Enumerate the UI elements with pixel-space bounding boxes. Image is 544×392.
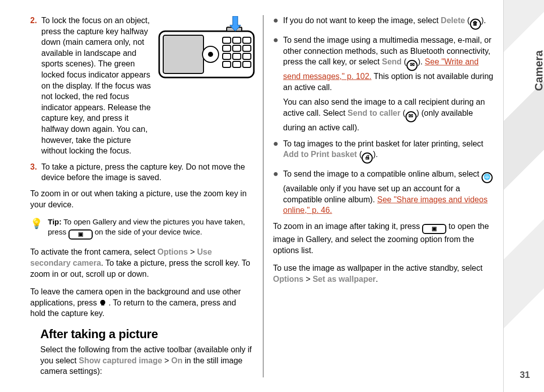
applications-key-icon	[99, 299, 106, 306]
after-intro: Select the following from the active too…	[40, 344, 263, 377]
tip: 💡 Tip: To open Gallery and view the pict…	[30, 217, 253, 240]
svg-rect-9	[243, 45, 251, 51]
envelope-icon: ✉	[406, 60, 418, 71]
tip-icon: 💡	[30, 218, 43, 228]
bullet-icon: ●	[273, 35, 279, 133]
svg-rect-4	[223, 37, 231, 43]
zoom-note: To zoom in or out when taking a picture,…	[30, 188, 253, 210]
background-note: To leave the camera open in the backgrou…	[30, 286, 253, 319]
svg-rect-1	[163, 35, 203, 73]
section-heading: After taking a picture	[40, 326, 263, 342]
gallery-key-icon: ▣	[422, 224, 446, 234]
svg-rect-15	[243, 61, 251, 67]
step-body: To take a picture, press the capture key…	[41, 162, 253, 183]
bullet-icon: ●	[273, 16, 279, 30]
bullet-icon: ●	[273, 169, 279, 216]
bullet-send: ● To send the image using a multimedia m…	[273, 35, 496, 133]
bullet-print-basket: ● To tag images to the print basket for …	[273, 138, 496, 164]
manual-page: 2. To lock the focus on an object, press…	[0, 0, 504, 392]
tip-label: Tip:	[48, 217, 61, 226]
svg-rect-5	[233, 37, 241, 43]
bullet-icon: ●	[273, 139, 279, 164]
step-number: 2.	[30, 15, 41, 156]
svg-point-3	[208, 52, 213, 57]
gallery-key-icon: ▣	[69, 229, 93, 240]
section-tab: Camera	[531, 50, 544, 91]
svg-rect-7	[223, 45, 231, 51]
svg-rect-10	[223, 53, 231, 59]
wallpaper-note: To use the image as wallpaper in the act…	[273, 263, 496, 284]
svg-rect-11	[233, 53, 241, 59]
envelope-icon: ✉	[405, 111, 417, 122]
bullet-online-album: ● To send the image to a compatible onli…	[273, 169, 496, 216]
print-basket-icon: 🖨	[362, 152, 373, 164]
tip-body: Tip: To open Gallery and view the pictur…	[48, 217, 253, 240]
step-3: 3. To take a picture, press the capture …	[30, 162, 253, 183]
delete-icon: 🗑	[470, 19, 481, 30]
bullet-delete: ● If you do not want to keep the image, …	[273, 15, 496, 30]
step-number: 3.	[30, 162, 41, 183]
globe-icon: 🌐	[482, 172, 493, 183]
page-number: 31	[520, 369, 530, 381]
svg-rect-12	[243, 53, 251, 59]
svg-rect-13	[223, 61, 231, 67]
front-camera-note: To activate the front camera, select Opt…	[30, 247, 253, 279]
zoom-after-note: To zoom in an image after taking it, pre…	[273, 221, 496, 256]
svg-rect-6	[243, 37, 251, 43]
svg-rect-8	[233, 45, 241, 51]
phone-illustration	[156, 16, 257, 84]
svg-rect-14	[233, 61, 241, 67]
